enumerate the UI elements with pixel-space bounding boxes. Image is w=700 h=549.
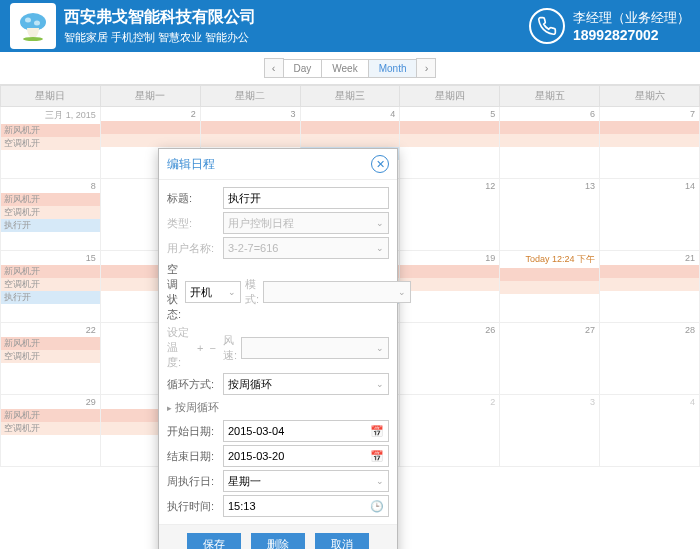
cycle-label: 循环方式: xyxy=(167,377,219,392)
event[interactable]: 新风机开 xyxy=(1,124,100,137)
event[interactable] xyxy=(600,121,699,134)
mushroom-icon xyxy=(17,10,49,42)
close-button[interactable]: ✕ xyxy=(371,155,389,173)
view-month-button[interactable]: Month xyxy=(368,59,418,78)
header-left: 西安弗戈智能科技有限公司 智能家居 手机控制 智慧农业 智能办公 xyxy=(10,3,256,49)
event[interactable] xyxy=(301,121,400,134)
company-subtitle: 智能家居 手机控制 智慧农业 智能办公 xyxy=(64,30,256,45)
day-cell[interactable]: 29新风机开空调机开 xyxy=(1,395,101,467)
event[interactable] xyxy=(101,121,200,134)
event[interactable] xyxy=(400,278,499,291)
event[interactable]: 新风机开 xyxy=(1,265,100,278)
day-cell[interactable]: 三月 1, 2015新风机开空调机开 xyxy=(1,107,101,179)
event[interactable] xyxy=(600,134,699,147)
exec-time-input[interactable] xyxy=(223,495,389,517)
event[interactable] xyxy=(500,134,599,147)
calendar-icon[interactable]: 📅 xyxy=(370,425,384,438)
event[interactable]: 新风机开 xyxy=(1,337,100,350)
day-cell[interactable]: 22新风机开空调机开 xyxy=(1,323,101,395)
type-select[interactable] xyxy=(223,212,389,234)
event[interactable] xyxy=(101,134,200,147)
event[interactable]: 执行开 xyxy=(1,291,100,304)
event[interactable]: 空调机开 xyxy=(1,278,100,291)
type-label: 类型: xyxy=(167,216,219,231)
phone-icon xyxy=(529,8,565,44)
temp-label: 设定温度: xyxy=(167,325,190,370)
cancel-button[interactable]: 取消 xyxy=(315,533,369,549)
weekday-select[interactable] xyxy=(223,470,389,492)
day-cell[interactable]: 7 xyxy=(600,107,700,179)
event[interactable] xyxy=(500,268,599,281)
event[interactable]: 执行开 xyxy=(1,219,100,232)
user-label: 用户名称: xyxy=(167,241,219,256)
end-date-input[interactable] xyxy=(223,445,389,467)
title-label: 标题: xyxy=(167,191,219,206)
view-day-button[interactable]: Day xyxy=(283,59,323,78)
mode-label: 模式: xyxy=(245,277,259,307)
day-cell[interactable]: 28 xyxy=(600,323,700,395)
day-cell[interactable]: Today 12:24 下午 xyxy=(500,251,600,323)
day-cell[interactable]: 12 xyxy=(400,179,500,251)
event[interactable] xyxy=(201,134,300,147)
day-cell[interactable]: 15新风机开空调机开执行开 xyxy=(1,251,101,323)
event[interactable] xyxy=(400,134,499,147)
day-cell[interactable]: 19 xyxy=(400,251,500,323)
day-cell[interactable]: 8新风机开空调机开执行开 xyxy=(1,179,101,251)
day-cell[interactable]: 5 xyxy=(400,107,500,179)
plus-icon[interactable]: + xyxy=(197,342,203,354)
prev-button[interactable]: ‹ xyxy=(264,58,284,78)
logo xyxy=(10,3,56,49)
weekday-header: 星期四 xyxy=(400,86,500,107)
day-cell[interactable]: 6 xyxy=(500,107,600,179)
day-cell[interactable]: 14 xyxy=(600,179,700,251)
end-date-label: 结束日期: xyxy=(167,449,219,464)
calendar-toolbar: ‹ Day Week Month › xyxy=(0,52,700,85)
day-cell[interactable]: 13 xyxy=(500,179,600,251)
user-select[interactable] xyxy=(223,237,389,259)
weekday-header: 星期一 xyxy=(100,86,200,107)
day-cell[interactable]: 27 xyxy=(500,323,600,395)
event[interactable]: 新风机开 xyxy=(1,409,100,422)
weekday-header: 星期三 xyxy=(300,86,400,107)
event[interactable] xyxy=(600,278,699,291)
mode-select[interactable] xyxy=(263,281,411,303)
event[interactable]: 空调机开 xyxy=(1,206,100,219)
event[interactable] xyxy=(301,134,400,147)
contact-name: 李经理（业务经理） xyxy=(573,9,690,27)
event[interactable]: 空调机开 xyxy=(1,137,100,150)
day-cell[interactable]: 21 xyxy=(600,251,700,323)
speed-select[interactable] xyxy=(241,337,389,359)
day-cell[interactable]: 4 xyxy=(600,395,700,467)
ac-status-select[interactable] xyxy=(185,281,241,303)
edit-schedule-dialog: 编辑日程 ✕ 标题: 类型:⌄ 用户名称:⌄ 空调状态:⌄模式:⌄ 设定温度:+… xyxy=(158,148,398,549)
view-week-button[interactable]: Week xyxy=(321,59,368,78)
event[interactable] xyxy=(600,265,699,278)
event[interactable] xyxy=(500,281,599,294)
event[interactable] xyxy=(500,121,599,134)
cycle-select[interactable] xyxy=(223,373,389,395)
start-date-label: 开始日期: xyxy=(167,424,219,439)
event[interactable] xyxy=(400,121,499,134)
dialog-title: 编辑日程 xyxy=(167,156,215,173)
day-cell[interactable]: 2 xyxy=(400,395,500,467)
day-cell[interactable]: 26 xyxy=(400,323,500,395)
weekday-header: 星期日 xyxy=(1,86,101,107)
weekday-header: 星期六 xyxy=(600,86,700,107)
title-input[interactable] xyxy=(223,187,389,209)
event[interactable] xyxy=(201,121,300,134)
event[interactable]: 空调机开 xyxy=(1,422,100,435)
event[interactable]: 空调机开 xyxy=(1,350,100,363)
exec-time-label: 执行时间: xyxy=(167,499,219,514)
clock-icon[interactable]: 🕒 xyxy=(370,500,384,513)
minus-icon[interactable]: − xyxy=(210,342,216,354)
svg-point-1 xyxy=(25,18,31,23)
day-cell[interactable]: 3 xyxy=(500,395,600,467)
calendar-icon[interactable]: 📅 xyxy=(370,450,384,463)
temp-stepper[interactable]: +− xyxy=(194,342,219,354)
event[interactable] xyxy=(400,265,499,278)
event[interactable]: 新风机开 xyxy=(1,193,100,206)
next-button[interactable]: › xyxy=(416,58,436,78)
start-date-input[interactable] xyxy=(223,420,389,442)
save-button[interactable]: 保存 xyxy=(187,533,241,549)
delete-button[interactable]: 删除 xyxy=(251,533,305,549)
